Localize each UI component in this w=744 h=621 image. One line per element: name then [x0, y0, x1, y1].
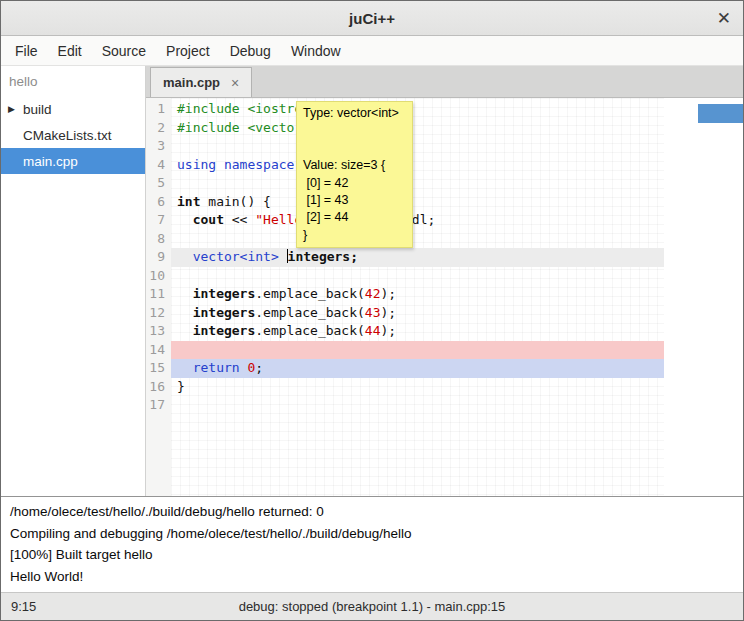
menu-item-window[interactable]: Window	[281, 36, 351, 65]
line-number[interactable]: 5	[146, 174, 171, 193]
line-number[interactable]: 7	[146, 211, 171, 230]
line-number[interactable]: 10	[146, 267, 171, 286]
code-token: integers	[193, 323, 256, 338]
code-line[interactable]: using namespace std;	[171, 156, 664, 175]
code-line[interactable]: #include <iostream>	[171, 100, 664, 119]
tooltip-line: Value: size=3 {	[303, 157, 406, 174]
line-number[interactable]: 3	[146, 137, 171, 156]
code-token: namespace	[224, 157, 294, 172]
code-line[interactable]: cout << "Hello World!" << endl;	[171, 211, 664, 230]
code-line[interactable]	[171, 230, 664, 249]
project-name: hello	[1, 66, 145, 96]
code-token	[177, 360, 193, 375]
line-number[interactable]: 17	[146, 396, 171, 415]
sidebar-item-main-cpp[interactable]: main.cpp	[1, 148, 145, 174]
tab-close-icon[interactable]: ×	[231, 76, 239, 90]
code-token	[216, 157, 224, 172]
output-line: Compiling and debugging /home/olece/test…	[10, 523, 734, 545]
code-line[interactable]	[171, 137, 664, 156]
line-number[interactable]: 16	[146, 378, 171, 397]
close-window-button[interactable]: ✕	[717, 10, 731, 27]
line-number[interactable]: 14	[146, 341, 171, 360]
code-editor[interactable]: 1234567891011121314151617 #include <iost…	[146, 98, 743, 496]
code-token: .emplace_back(	[255, 323, 365, 338]
menu-bar: FileEditSourceProjectDebugWindow	[1, 36, 743, 66]
code-token: <<	[224, 212, 255, 227]
code-token: 42	[365, 286, 381, 301]
code-line[interactable]: integers.emplace_back(44);	[171, 322, 664, 341]
line-number[interactable]: 2	[146, 119, 171, 138]
tab-bar: main.cpp×	[146, 66, 743, 98]
code-line[interactable]: }	[171, 378, 664, 397]
code-area: #include <iostream>#include <vector>usin…	[171, 98, 664, 496]
code-token: );	[381, 286, 397, 301]
code-token: }	[177, 379, 185, 394]
code-token: );	[381, 305, 397, 320]
code-token: .emplace_back(	[255, 305, 365, 320]
window-title: juCi++	[349, 10, 395, 27]
code-token: #include <vector>	[177, 120, 310, 135]
debug-value-tooltip: Type: vector<int> Value: size=3 { [0] = …	[296, 101, 413, 248]
project-sidebar: hello ▶buildCMakeLists.txtmain.cpp	[1, 66, 146, 496]
code-token	[177, 286, 193, 301]
file-tree: ▶buildCMakeLists.txtmain.cpp	[1, 96, 145, 174]
code-token: 43	[365, 305, 381, 320]
tree-item-label: CMakeLists.txt	[23, 128, 112, 143]
code-line[interactable]: int main() {	[171, 193, 664, 212]
expander-arrow-icon[interactable]: ▶	[8, 104, 23, 114]
menu-item-edit[interactable]: Edit	[48, 36, 92, 65]
output-panel: /home/olece/test/hello/./build/debug/hel…	[1, 496, 743, 592]
sidebar-item-cmakelists-txt[interactable]: CMakeLists.txt	[1, 122, 145, 148]
tooltip-line: [0] = 42	[303, 175, 406, 192]
code-token: integers	[193, 305, 256, 320]
tab-label: main.cpp	[163, 75, 220, 90]
menu-item-project[interactable]: Project	[156, 36, 220, 65]
code-line[interactable]: vector<int> integers;	[171, 248, 664, 267]
line-number-gutter: 1234567891011121314151617	[146, 98, 171, 496]
line-number[interactable]: 1	[146, 100, 171, 119]
tooltip-line	[303, 140, 406, 157]
editor-column: main.cpp× 1234567891011121314151617 #inc…	[146, 66, 743, 496]
title-bar: juCi++ ✕	[1, 1, 743, 36]
code-token: ;	[255, 360, 263, 375]
menu-item-debug[interactable]: Debug	[220, 36, 281, 65]
code-line[interactable]: #include <vector>	[171, 119, 664, 138]
code-line[interactable]	[171, 267, 664, 286]
tooltip-line: [1] = 43	[303, 192, 406, 209]
code-token: integers	[193, 286, 256, 301]
line-number[interactable]: 4	[146, 156, 171, 175]
tab-main-cpp[interactable]: main.cpp×	[150, 67, 252, 97]
line-number[interactable]: 11	[146, 285, 171, 304]
output-line: [100%] Built target hello	[10, 544, 734, 566]
code-token	[177, 305, 193, 320]
line-number[interactable]: 13	[146, 322, 171, 341]
menu-item-file[interactable]: File	[5, 36, 48, 65]
code-token: integers;	[288, 249, 358, 264]
output-line: /home/olece/test/hello/./build/debug/hel…	[10, 501, 734, 523]
code-token: main() {	[200, 194, 270, 209]
tooltip-line: }	[303, 227, 406, 244]
line-number[interactable]: 6	[146, 193, 171, 212]
line-number[interactable]: 12	[146, 304, 171, 323]
line-number[interactable]: 15	[146, 359, 171, 378]
line-number[interactable]: 8	[146, 230, 171, 249]
tree-item-label: build	[23, 102, 52, 117]
code-token: 44	[365, 323, 381, 338]
code-line[interactable]: return 0;	[171, 359, 664, 378]
status-bar: debug: stopped (breakpoint 1.1) - main.c…	[1, 592, 743, 620]
code-line[interactable]: integers.emplace_back(43);	[171, 304, 664, 323]
tooltip-line: Type: vector<int>	[303, 105, 406, 122]
sidebar-item-build[interactable]: ▶build	[1, 96, 145, 122]
menu-item-source[interactable]: Source	[92, 36, 156, 65]
line-number[interactable]: 9	[146, 248, 171, 267]
scrollbar-thumb[interactable]	[698, 104, 743, 123]
code-line[interactable]	[171, 174, 664, 193]
code-token: return	[193, 360, 240, 375]
debug-status-text: debug: stopped (breakpoint 1.1) - main.c…	[1, 599, 743, 614]
code-line[interactable]	[171, 341, 664, 360]
code-line[interactable]: integers.emplace_back(42);	[171, 285, 664, 304]
tooltip-line: [2] = 44	[303, 209, 406, 226]
code-token	[177, 212, 193, 227]
code-line[interactable]	[171, 396, 664, 415]
tree-item-label: main.cpp	[23, 154, 78, 169]
